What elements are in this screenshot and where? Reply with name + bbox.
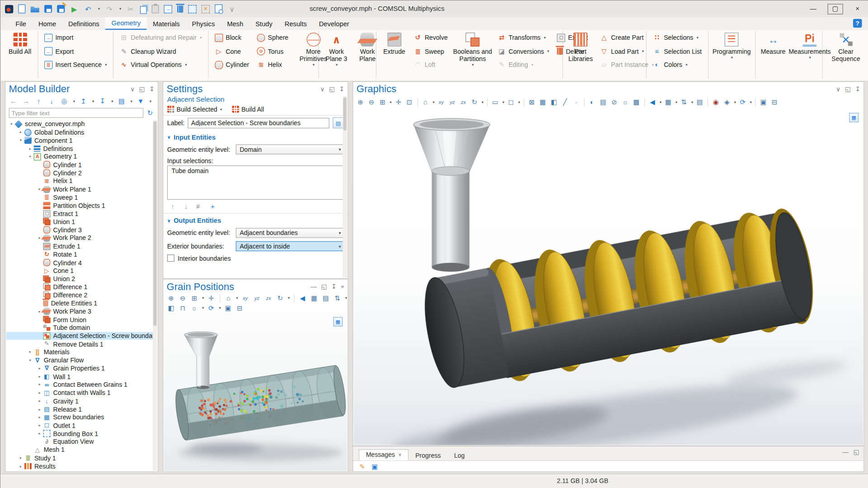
cylinder-button[interactable]: Cylinder	[211, 58, 253, 72]
tree-item-difference-1[interactable]: Difference 1	[6, 283, 152, 291]
close-button[interactable]: ×	[846, 0, 868, 17]
cone-button[interactable]: ▷Cone	[211, 45, 253, 58]
menu-tab-results[interactable]: Results	[278, 17, 313, 30]
zoom-out-icon[interactable]: ⊖	[178, 294, 187, 303]
selection-list-button[interactable]: ≡Selection List	[649, 45, 705, 58]
model-tree-node-text-icon[interactable]: ▤	[117, 97, 126, 106]
menu-tab-developer[interactable]: Developer	[313, 17, 355, 30]
save-as-icon[interactable]	[57, 5, 65, 13]
tree-expander-icon[interactable]: ▸	[37, 391, 42, 395]
measurement-view-icon[interactable]: ⇅	[679, 98, 689, 107]
customize-qat-icon[interactable]: ∨	[227, 5, 236, 14]
duplicate-icon[interactable]: →	[164, 5, 172, 13]
print-icon[interactable]: ⊟	[770, 98, 779, 107]
delete-icon[interactable]	[177, 5, 183, 13]
zoom-extents-icon[interactable]: ✛	[394, 98, 403, 107]
tab-messages[interactable]: Messages×	[359, 449, 409, 460]
graphics-viewport[interactable]: ▦	[354, 109, 863, 445]
select-objects-icon[interactable]: ⊠	[527, 98, 536, 107]
paste-icon[interactable]	[152, 5, 159, 13]
tree-item-extract-1[interactable]: Extract 1	[6, 210, 152, 218]
tree-item-helix-1[interactable]: ≋Helix 1	[6, 177, 152, 185]
move-down-icon[interactable]: ↓	[47, 97, 56, 106]
tree-item-release-1[interactable]: ▸▤Release 1	[6, 405, 152, 413]
tree-item-wall-1[interactable]: ▸◧Wall 1	[6, 372, 152, 380]
view-yz-icon[interactable]: yz	[252, 294, 261, 303]
zoom-extents-icon[interactable]: ✛	[207, 294, 216, 303]
menu-tab-mesh[interactable]: Mesh	[221, 17, 250, 30]
collapse-panel-icon[interactable]: ∨	[320, 86, 325, 93]
tree-item-cylinder-1[interactable]: Cylinder 1	[6, 161, 152, 169]
tree-item-union-1[interactable]: Union 1	[6, 218, 152, 226]
tree-item-work-plane-1[interactable]: ▸Work Plane 1	[6, 185, 152, 193]
plot-window-icon[interactable]: ▦	[849, 113, 859, 122]
update-plot-icon[interactable]: ⟳	[738, 98, 747, 107]
view-rotate-icon[interactable]: ↻	[470, 98, 479, 107]
tree-item-sweep-1[interactable]: ≣Sweep 1	[6, 193, 152, 202]
help-button[interactable]: ?	[853, 19, 862, 28]
filter-icon[interactable]: ▼	[136, 97, 145, 106]
tree-item-mesh-1[interactable]: △Mesh 1	[6, 446, 152, 454]
refresh-icon[interactable]: ↻	[146, 108, 155, 117]
tree-item-granular-flow[interactable]: ▾∇Granular Flow	[6, 356, 152, 364]
grain-positions-viewport[interactable]: ▦	[164, 313, 347, 471]
tree-item-partition-objects-1[interactable]: Partition Objects 1	[6, 202, 152, 210]
float-panel-icon[interactable]: ◱	[321, 283, 327, 291]
tree-expander-icon[interactable]: ▸	[37, 366, 42, 371]
view-axis-icon[interactable]: ⇅	[333, 294, 342, 303]
interior-boundaries-checkbox[interactable]	[167, 254, 175, 262]
build-selected-button[interactable]: Build Selected ▾	[167, 106, 222, 113]
helix-button[interactable]: ≋Helix	[253, 58, 292, 72]
view-xy-icon[interactable]: xy	[241, 294, 250, 303]
clear-sequence-button[interactable]: ✕Clear Sequence	[825, 31, 867, 72]
tree-expander-icon[interactable]: ▸	[37, 375, 42, 379]
tree-item-materials[interactable]: ▸⣿Materials	[6, 348, 152, 356]
environment-icon[interactable]: ▩	[632, 98, 641, 107]
grid-icon[interactable]: ▦	[310, 294, 319, 303]
tree-item-work-plane-3[interactable]: ▸Work Plane 3	[6, 307, 152, 315]
tree-expander-icon[interactable]: ▸	[37, 407, 42, 412]
tree-expander-icon[interactable]: ▸	[18, 456, 24, 460]
zoom-box-icon[interactable]: ⊞	[190, 294, 199, 303]
tree-item-definitions[interactable]: ▸Definitions	[6, 145, 152, 153]
float-panel-icon[interactable]: ◱	[845, 86, 851, 93]
tree-item-union-2[interactable]: Union 2	[6, 275, 152, 283]
tree-expander-icon[interactable]: ▸	[27, 146, 33, 151]
tree-item-study-1[interactable]: ▸≣Study 1	[6, 454, 152, 462]
comsol-logo-icon[interactable]	[5, 5, 13, 13]
maximize-button[interactable]: ▢	[824, 0, 846, 17]
tree-expander-icon[interactable]: ▸	[37, 432, 42, 436]
image-settings-icon[interactable]: ◧	[167, 304, 176, 313]
select-points-icon[interactable]: ∙	[571, 98, 580, 107]
sweep-button[interactable]: ≣Sweep	[410, 45, 452, 58]
output-geo-level-select[interactable]: Adjacent boundaries ▾	[236, 228, 344, 238]
log-pointer-icon[interactable]: ✎	[358, 463, 367, 472]
find-icon[interactable]	[215, 5, 222, 14]
expand-all-icon[interactable]: ↥	[79, 97, 88, 106]
export-button[interactable]: ←Export	[40, 45, 111, 58]
view-zx-icon[interactable]: zx	[459, 98, 468, 107]
save-icon[interactable]	[44, 5, 52, 13]
tree-item-geometry-1[interactable]: ▾AGeometry 1	[6, 153, 152, 161]
settings-scrollbar[interactable]	[343, 96, 347, 278]
go-to-default-view-icon[interactable]: ⌂	[224, 294, 233, 303]
float-panel-icon[interactable]: ◱	[329, 86, 335, 93]
build-all-button[interactable]: Build All	[5, 31, 36, 72]
torus-button[interactable]: Torus	[253, 45, 292, 58]
pin-panel-icon[interactable]: ↧	[855, 86, 860, 93]
close-tab-icon[interactable]: ×	[398, 452, 401, 458]
programming-button[interactable]: Programming▾	[711, 31, 753, 72]
show-icon[interactable]: ◎	[60, 97, 69, 106]
tree-item-extrude-1[interactable]: Extrude 1	[6, 242, 152, 250]
zoom-in-icon[interactable]: ⊕	[356, 98, 365, 107]
plot-settings-icon[interactable]: ◉	[712, 98, 721, 107]
select-domains-icon[interactable]: ▦	[538, 98, 547, 107]
play-animation-icon[interactable]: ◀	[648, 98, 657, 107]
tree-filter-input[interactable]	[9, 108, 144, 118]
zoom-box-icon[interactable]: ⊞	[378, 98, 387, 107]
tree-item-cylinder-3[interactable]: Cylinder 3	[6, 226, 152, 234]
select-box-icon[interactable]	[188, 5, 196, 13]
lock-view-icon[interactable]: ⊓	[178, 304, 187, 313]
menu-tab-physics[interactable]: Physics	[186, 17, 221, 30]
remove-from-list-icon[interactable]: ≢	[195, 202, 204, 211]
